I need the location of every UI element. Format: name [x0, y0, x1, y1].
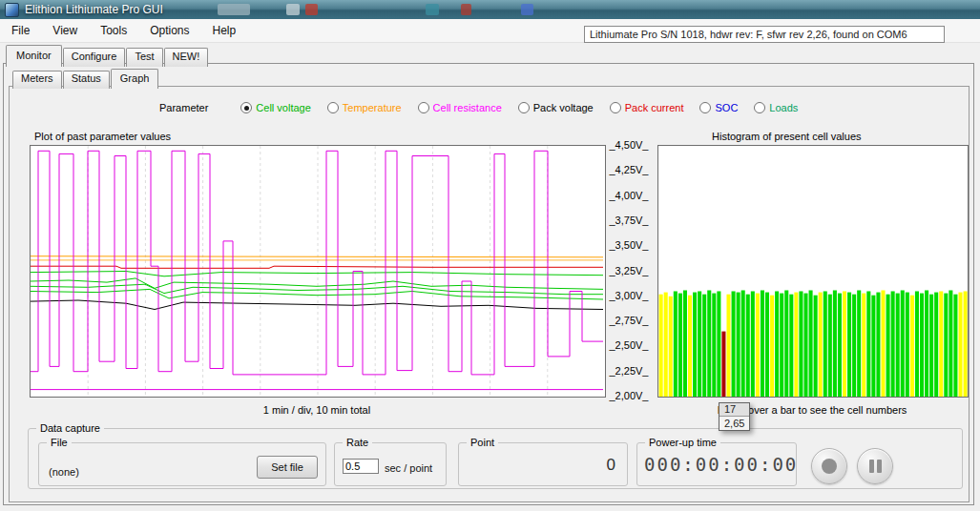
hist-bar[interactable] [862, 294, 865, 397]
subtab-graph[interactable]: Graph [111, 69, 159, 89]
hist-bar[interactable] [746, 295, 750, 397]
hist-bar[interactable] [896, 294, 900, 397]
radio-cell-voltage[interactable]: Cell voltage [240, 102, 310, 113]
y-axis-tick-label: _3,75V_ [602, 215, 656, 226]
hist-bar[interactable] [799, 292, 803, 398]
subtab-status[interactable]: Status [63, 71, 110, 89]
menu-view[interactable]: View [41, 20, 89, 41]
hist-bar[interactable] [683, 291, 687, 398]
hist-bar[interactable] [866, 292, 870, 398]
hist-bar[interactable] [891, 292, 895, 398]
tab-new[interactable]: NEW! [164, 48, 209, 67]
hist-bar[interactable] [789, 295, 793, 397]
radio-label-pack-current: Pack current [625, 102, 684, 113]
rate-unit-label: sec / point [385, 462, 432, 474]
hist-bar[interactable] [847, 293, 851, 397]
hist-bar[interactable] [702, 295, 706, 397]
hist-bar[interactable] [929, 295, 933, 397]
hist-bar[interactable] [775, 292, 779, 398]
hist-bar[interactable] [944, 294, 948, 397]
hist-bar[interactable] [876, 293, 880, 397]
hist-bar[interactable] [721, 332, 725, 397]
parameter-plot[interactable] [30, 145, 606, 398]
hist-bar[interactable] [717, 292, 720, 398]
hist-bar[interactable] [674, 292, 678, 398]
hist-bar[interactable] [751, 292, 755, 398]
title-bar[interactable]: Elithion Lithiumate Pro GUI [0, 0, 980, 19]
hist-bar[interactable] [732, 292, 736, 398]
hist-bar[interactable] [737, 293, 740, 397]
radio-loads[interactable]: Loads [754, 102, 798, 113]
hist-bar[interactable] [819, 293, 823, 397]
hist-bar[interactable] [688, 296, 692, 397]
y-axis-tick-label: _2,50V_ [602, 339, 656, 351]
hist-bar[interactable] [756, 294, 760, 397]
hist-bar[interactable] [707, 291, 711, 398]
graph-tab-page: Parameter Cell voltageTemperatureCell re… [9, 86, 970, 502]
set-file-button[interactable]: Set file [257, 456, 318, 479]
histogram-title: Histogram of present cell values [712, 131, 862, 142]
plot-series-cell-voltage-3 [31, 289, 603, 299]
hist-bar[interactable] [852, 295, 856, 397]
hist-bar[interactable] [809, 291, 813, 398]
pause-button[interactable] [857, 448, 893, 484]
hist-bar[interactable] [910, 296, 914, 397]
tab-configure[interactable]: Configure [63, 48, 126, 67]
hist-bar[interactable] [958, 293, 962, 397]
hist-bar[interactable] [698, 292, 701, 398]
cell-histogram[interactable] [657, 145, 969, 398]
hist-bar[interactable] [659, 295, 663, 397]
hist-bar[interactable] [925, 291, 928, 398]
hist-bar[interactable] [915, 292, 919, 398]
menu-file[interactable]: File [0, 20, 41, 41]
hist-bar[interactable] [881, 291, 885, 398]
hist-bar[interactable] [871, 296, 875, 397]
hist-bar[interactable] [964, 292, 968, 398]
hist-bar[interactable] [901, 291, 905, 398]
hist-bar[interactable] [939, 292, 943, 398]
hist-bar[interactable] [857, 291, 861, 398]
hist-bar[interactable] [824, 292, 827, 398]
parameter-radio-group: Parameter Cell voltageTemperatureCell re… [159, 102, 814, 113]
radio-pack-current[interactable]: Pack current [610, 102, 684, 113]
rate-input[interactable] [343, 459, 379, 474]
hist-bar[interactable] [726, 295, 730, 397]
menu-tools[interactable]: Tools [89, 20, 138, 41]
hist-bar[interactable] [794, 293, 798, 397]
hist-bar[interactable] [803, 294, 807, 397]
radio-soc[interactable]: SOC [699, 102, 738, 113]
radio-temperature[interactable]: Temperature [327, 102, 402, 113]
radio-cell-resistance[interactable]: Cell resistance [418, 102, 502, 113]
tab-monitor[interactable]: Monitor [6, 45, 62, 67]
hist-bar[interactable] [664, 293, 668, 397]
tab-test[interactable]: Test [126, 48, 162, 67]
hist-bar[interactable] [906, 293, 909, 397]
hist-bar[interactable] [765, 293, 769, 397]
hist-bar[interactable] [814, 296, 818, 397]
hist-bar[interactable] [843, 292, 846, 398]
data-capture-label: Data capture [36, 422, 104, 434]
hist-bar[interactable] [770, 296, 774, 397]
hist-bar[interactable] [934, 293, 938, 397]
hist-bar[interactable] [741, 291, 745, 398]
subtab-meters[interactable]: Meters [12, 71, 62, 89]
hist-bar[interactable] [886, 295, 890, 397]
record-button[interactable] [811, 448, 847, 484]
hist-bar[interactable] [678, 294, 682, 397]
hist-bar[interactable] [693, 293, 697, 397]
radio-pack-voltage[interactable]: Pack voltage [518, 102, 594, 113]
hist-bar[interactable] [761, 291, 764, 398]
hist-bar[interactable] [838, 294, 842, 397]
hist-bar[interactable] [828, 295, 832, 397]
hist-bar[interactable] [920, 294, 924, 397]
menu-help[interactable]: Help [201, 20, 248, 41]
hist-bar[interactable] [712, 294, 716, 397]
hist-bar[interactable] [949, 291, 952, 398]
hist-bar[interactable] [780, 294, 783, 397]
hist-bar[interactable] [953, 295, 957, 397]
device-info-textbox[interactable]: Lithiumate Pro S/N 1018, hdwr rev: F, sf… [584, 26, 945, 43]
hist-bar[interactable] [784, 291, 788, 398]
menu-options[interactable]: Options [138, 20, 200, 41]
hist-bar[interactable] [669, 296, 673, 397]
hist-bar[interactable] [833, 291, 837, 398]
